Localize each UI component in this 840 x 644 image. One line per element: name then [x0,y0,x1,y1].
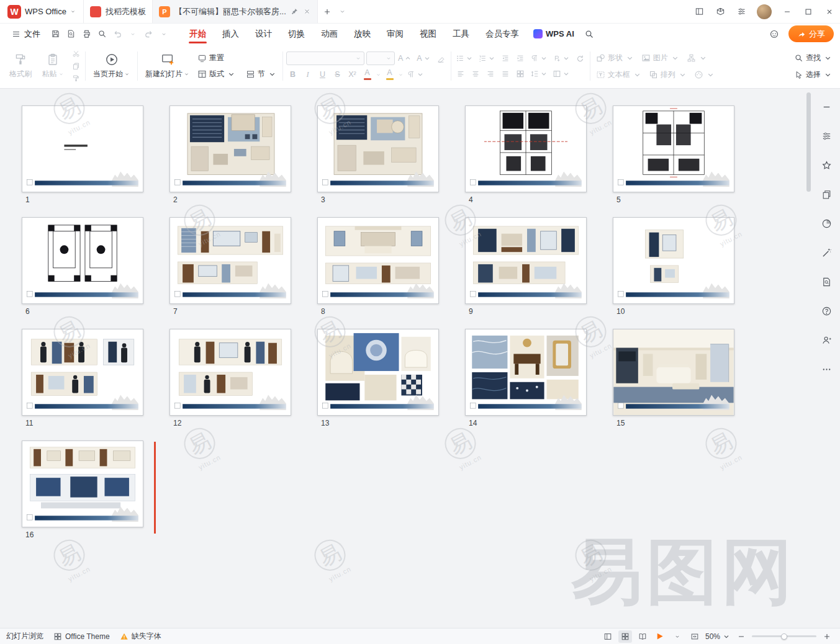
appearance-button[interactable] [766,26,782,42]
paragraph-settings-button[interactable] [529,52,549,65]
format-painter-button[interactable]: 格式刷 [5,51,36,81]
slide-thumbnail-11[interactable] [22,329,143,416]
clear-formatting-button[interactable] [435,52,448,65]
shapes-button[interactable]: 形状 [594,52,637,64]
close-button[interactable] [819,0,840,23]
properties-panel-button[interactable] [818,128,834,144]
resources-button[interactable] [710,0,731,23]
theme-button[interactable]: Office Theme [53,632,110,641]
export-pdf-button[interactable] [63,27,78,42]
align-center-button[interactable] [469,68,482,80]
missing-fonts-button[interactable]: 缺失字体 [120,631,161,642]
align-right-button[interactable] [484,68,497,80]
copy-button[interactable] [70,61,82,72]
slide-thumbnail-4[interactable] [465,105,587,192]
settings-button[interactable] [731,0,752,23]
font-family-select[interactable] [286,51,364,65]
tab-close-button[interactable] [303,7,311,16]
fit-window-button[interactable] [688,630,702,643]
tab-list-button[interactable] [336,4,349,20]
slide-thumbnail-2[interactable] [169,105,291,192]
reading-view-button[interactable] [636,630,649,643]
search-button[interactable] [580,26,598,42]
picture-button[interactable]: 图片 [639,52,682,64]
vertical-scrollbar[interactable] [806,92,811,192]
distribute-button[interactable] [514,68,527,80]
share-button[interactable]: 分享 [788,25,834,42]
rotate-text-button[interactable] [574,52,587,65]
favorites-button[interactable] [818,157,834,173]
italic-button[interactable]: I [301,68,314,81]
justify-button[interactable] [499,68,512,80]
ribbon-tab-member[interactable]: 会员专享 [477,24,527,44]
smart-tools-button[interactable] [818,244,834,261]
arrange-button[interactable]: 排列 [646,69,690,81]
align-left-button[interactable] [454,68,467,80]
pin-icon[interactable] [291,7,299,16]
ribbon-tab-view[interactable]: 视图 [412,24,445,44]
strikethrough-button[interactable]: S [331,68,344,81]
highlight-color-button[interactable]: A [383,68,396,81]
numbered-list-button[interactable] [477,52,497,65]
print-button[interactable] [79,27,94,42]
select-button[interactable]: 选择 [792,69,835,81]
bold-button[interactable]: B [286,68,299,81]
ribbon-tab-review[interactable]: 审阅 [379,24,412,44]
font-size-select[interactable] [366,51,395,65]
slide-thumbnail-1[interactable] [22,105,143,192]
wps-ai-button[interactable]: WPS AI [527,24,580,44]
slide-thumbnail-16[interactable] [22,441,143,527]
slideshow-options-button[interactable] [671,630,684,643]
document-tab-presentation[interactable]: P【不可编辑】丽思卡尔顿客房... [152,0,318,23]
find-button[interactable]: 查找 [792,52,835,64]
play-from-current-button[interactable]: 当页开始 [89,46,134,86]
file-menu-button[interactable]: 文件 [6,24,45,44]
more-tools-button[interactable] [818,361,834,377]
qat-customize-button[interactable] [156,27,171,42]
ribbon-tab-insert[interactable]: 插入 [214,24,247,44]
layout-button[interactable]: 版式 [195,68,238,80]
print-preview-button[interactable] [94,27,109,42]
slide-thumbnail-10[interactable] [613,217,734,304]
ribbon-tab-slideshow[interactable]: 放映 [346,24,379,44]
wps-home-button[interactable]: W WPS Office [6,5,83,19]
redo-button[interactable] [141,27,156,42]
maximize-button[interactable] [798,0,819,23]
slide-thumbnail-12[interactable] [169,329,291,416]
smartart-button[interactable] [684,53,710,63]
ribbon-tab-transition[interactable]: 切换 [280,24,313,44]
font-color-button[interactable]: A [361,68,374,81]
phonetic-guide-button[interactable] [405,68,426,81]
decrease-indent-button[interactable] [499,52,512,65]
normal-view-button[interactable] [601,630,615,643]
new-tab-button[interactable] [319,4,335,20]
zoom-slider[interactable] [752,635,816,637]
slide-thumbnail-3[interactable] [317,105,439,192]
undo-options-button[interactable] [125,27,140,42]
slide-thumbnail-9[interactable] [465,217,587,304]
slideshow-play-button[interactable] [653,630,667,643]
document-tab-docer[interactable]: 找稻壳模板 [83,0,152,23]
slide-thumbnail-5[interactable] [613,105,734,192]
document-search-button[interactable] [818,274,834,290]
increase-indent-button[interactable] [514,52,527,65]
zoom-slider-knob[interactable] [781,633,787,640]
slide-thumbnail-13[interactable] [317,329,439,416]
save-button[interactable] [48,27,63,42]
section-button[interactable]: 节 [243,68,279,80]
slide-thumbnail-8[interactable] [317,217,439,304]
user-avatar[interactable] [757,4,772,19]
help-button[interactable] [818,303,834,319]
columns-button[interactable] [551,68,572,80]
slide-thumbnail-7[interactable] [169,217,291,304]
color-scheme-button[interactable] [692,69,718,80]
slide-thumbnail-6[interactable] [22,217,143,304]
ribbon-tab-animation[interactable]: 动画 [313,24,346,44]
underline-button[interactable]: U [316,68,329,81]
ribbon-tab-design[interactable]: 设计 [247,24,280,44]
reset-button[interactable]: 重置 [195,52,279,64]
minimize-button[interactable] [777,0,798,23]
increase-font-size-button[interactable]: A [397,52,413,65]
superscript-button[interactable]: X² [346,68,359,81]
slide-thumbnail-14[interactable] [465,329,587,416]
